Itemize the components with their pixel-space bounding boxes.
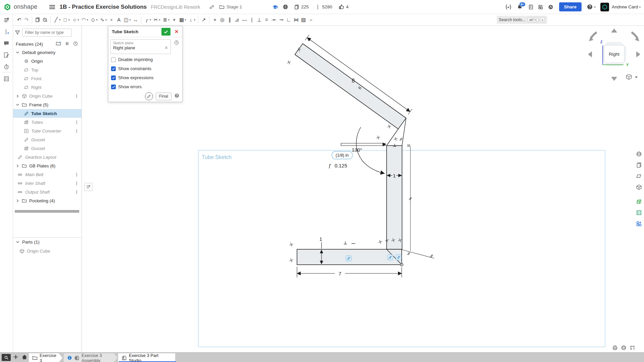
filter-input[interactable] — [22, 29, 72, 37]
new-folder-icon[interactable] — [56, 41, 61, 47]
display-options-icon[interactable] — [636, 151, 642, 157]
dim-label-tube-width[interactable]: 1 — [393, 173, 396, 178]
dialog-help-icon[interactable] — [174, 93, 180, 100]
feature-row-tubes[interactable]: Tubes — [13, 118, 82, 126]
feature-row-main-belt[interactable]: Main Belt — [13, 170, 82, 179]
dimension-tool-button[interactable]: ↔ — [132, 16, 139, 24]
pattern-tool-caret-icon[interactable]: ▾ — [185, 18, 186, 21]
chevron-down-icon[interactable] — [15, 50, 20, 55]
view-options-cube-icon[interactable] — [627, 74, 632, 80]
checkbox-icon[interactable] — [111, 66, 116, 71]
arc-tool-caret-icon[interactable]: ▾ — [87, 18, 89, 21]
polygon-tool-caret-icon[interactable]: ▾ — [96, 18, 98, 21]
rollback-clock-icon[interactable] — [174, 40, 179, 47]
onshape-logo[interactable]: onshape — [3, 3, 37, 11]
chevron-down-icon[interactable] — [15, 240, 20, 244]
feature-row-front[interactable]: Front — [13, 74, 82, 83]
feature-options-icon[interactable] — [75, 181, 79, 186]
undo-button[interactable]: ↶ — [15, 16, 23, 24]
history-clock-icon[interactable] — [73, 41, 78, 47]
dim-label-angle[interactable]: 130° — [352, 147, 362, 153]
dim-label-expression[interactable]: 0.125 — [335, 163, 347, 168]
chevron-right-icon[interactable] — [15, 94, 20, 98]
feature-options-icon[interactable] — [75, 172, 79, 177]
search-tools-box[interactable]: Search tools... alt/⌥ c — [497, 16, 547, 24]
tangent-constraint-button[interactable]: ⊿ — [233, 16, 241, 24]
vertical-constraint-button[interactable]: | — [248, 16, 255, 24]
tab-exercise-3-part-studio[interactable]: Exercise 3 Part Studio — [118, 353, 175, 362]
offset-tool-button[interactable]: ≣▾ — [161, 16, 171, 24]
new-tab-button[interactable] — [13, 354, 19, 360]
dim-edit-tooltip-text[interactable]: (1/8) in — [336, 153, 349, 158]
arc-tool-button[interactable]: ◠▾ — [80, 16, 90, 24]
redo-button[interactable]: ↷ — [23, 16, 30, 24]
dim-label-8[interactable]: 8 — [352, 78, 355, 84]
mirror-tool-button[interactable]: ◫▾ — [122, 16, 132, 24]
feature-panel-flyout-button[interactable] — [84, 183, 92, 191]
feature-options-icon[interactable] — [75, 129, 79, 133]
chevron-down-icon[interactable] — [15, 103, 20, 107]
rotate-right-arrow[interactable] — [632, 32, 638, 39]
rotate-right-step-arrow[interactable] — [636, 51, 640, 57]
chevron-right-icon[interactable] — [15, 199, 20, 203]
sketch-plane-field[interactable]: Sketch plane Right plane ✕ — [110, 39, 171, 54]
filter-icon[interactable] — [15, 30, 20, 35]
notes-icon[interactable] — [3, 52, 9, 59]
paste-button[interactable] — [41, 16, 49, 23]
feature-options-icon[interactable] — [75, 190, 79, 194]
normal-constraint-button[interactable]: ∟ — [285, 16, 292, 24]
fillet-tool-button[interactable]: ╭▾ — [143, 16, 152, 24]
copies-stat[interactable]: 225 — [294, 4, 309, 10]
miter-edge[interactable] — [387, 129, 398, 146]
dim-label-bottom-height[interactable]: 1 — [319, 236, 322, 242]
panel-layout-icon[interactable] — [636, 221, 642, 227]
insights-icon[interactable] — [548, 4, 554, 10]
feature-row-tube-sketch[interactable]: Tube Sketch — [13, 109, 82, 118]
chevron-right-icon[interactable] — [15, 164, 20, 168]
feature-row-inter-shaft[interactable]: Inter Shaft — [13, 179, 82, 188]
use-project-tool-button[interactable]: ⌖ — [170, 16, 178, 24]
mirror-tool-caret-icon[interactable]: ▾ — [129, 18, 131, 21]
cancel-button[interactable] — [174, 29, 180, 35]
feature-row-right[interactable]: Right — [13, 83, 82, 92]
feature-row-tube-converter[interactable]: Tube Converter — [13, 126, 82, 135]
measure-tool-button[interactable]: ↗ — [200, 16, 207, 24]
parallel-constraint-button[interactable]: ∥ — [226, 16, 233, 24]
user-menu-caret-icon[interactable]: ▾ — [639, 5, 641, 9]
tables-icon[interactable] — [3, 76, 9, 83]
checkbox-icon[interactable] — [111, 57, 116, 62]
perpendicular-constraint-button[interactable]: ⊥ — [255, 16, 263, 24]
history-icon[interactable] — [3, 64, 9, 71]
rectangle-tool-button[interactable]: □▾ — [62, 16, 71, 24]
feature-row-frame-5-[interactable]: Frame (5) — [13, 100, 82, 109]
measure-icon[interactable] — [630, 345, 635, 352]
learning-badge-icon[interactable] — [272, 4, 278, 10]
custom-tables-panel-icon[interactable] — [636, 210, 642, 216]
isolate-icon[interactable] — [636, 184, 642, 190]
graphics-area[interactable]: Tube Sketch 8 130° (1/8) in ƒ 0.125 1 1 … — [0, 0, 644, 362]
offset-tool-caret-icon[interactable]: ▾ — [168, 18, 170, 21]
likes-stat[interactable]: 4 — [339, 4, 349, 10]
trim-tool-caret-icon[interactable]: ▾ — [159, 18, 160, 21]
view-options-caret-icon[interactable] — [635, 76, 638, 78]
checkbox-show-errors[interactable]: Show errors — [111, 84, 142, 89]
spline-tool-caret-icon[interactable]: ▾ — [105, 18, 107, 21]
feature-options-icon[interactable] — [75, 120, 79, 124]
feature-row-gusset[interactable]: Gusset — [13, 144, 82, 153]
print-snapshot-icon[interactable] — [612, 345, 618, 352]
render-quality-icon[interactable] — [621, 345, 627, 352]
fix-constraint-button[interactable]: ▨ — [300, 16, 307, 24]
rotate-up-arrow[interactable] — [611, 29, 617, 33]
avatar[interactable] — [600, 3, 609, 11]
coincident-constraint-button[interactable]: × — [211, 16, 218, 24]
tab-exercise-3[interactable]: Exercise 3 — [29, 353, 62, 362]
feature-row-output-shaft[interactable]: Output Shaft — [13, 188, 82, 196]
text-tool-button[interactable]: A — [115, 16, 122, 24]
trim-tool-button[interactable]: ✂▾ — [152, 16, 161, 24]
horizontal-constraint-button[interactable]: — — [241, 16, 248, 24]
checkbox-show-constraints[interactable]: Show constraints — [111, 66, 151, 71]
circle-tool-caret-icon[interactable]: ▾ — [78, 18, 79, 21]
checkbox-icon[interactable] — [111, 75, 116, 80]
part-row-origin-cube[interactable]: Origin Cube — [13, 247, 82, 255]
app-store-icon[interactable] — [538, 4, 543, 10]
